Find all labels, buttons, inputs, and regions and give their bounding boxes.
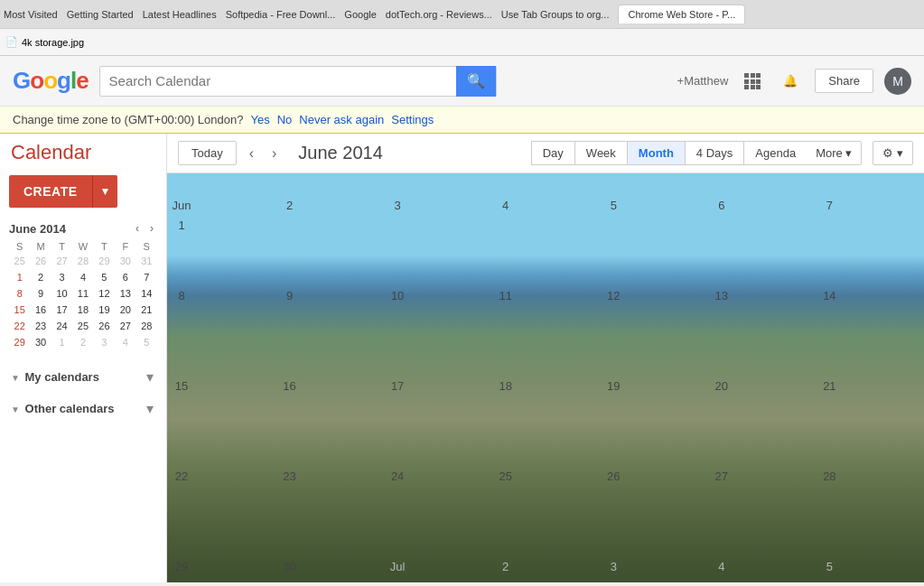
calendar-day-cell[interactable]: 2 <box>491 555 600 583</box>
date-number[interactable]: 16 <box>280 377 300 396</box>
calendar-day-cell[interactable]: 27 <box>707 465 816 555</box>
calendar-day-cell[interactable]: 23 <box>275 465 384 555</box>
add-my-calendar-btn[interactable]: ▾ <box>145 368 155 386</box>
tab-getting-started[interactable]: Getting Started <box>67 9 134 20</box>
date-number[interactable]: 21 <box>819 377 839 396</box>
search-button[interactable]: 🔍 <box>456 66 496 97</box>
mini-cal-day[interactable]: 30 <box>30 334 51 350</box>
my-calendars-header[interactable]: ▼ My calendars ▾ <box>9 365 157 389</box>
calendar-day-cell[interactable]: 3 <box>384 194 492 284</box>
date-number[interactable]: 9 <box>280 286 300 306</box>
avatar[interactable]: M <box>884 68 911 95</box>
date-number[interactable]: 24 <box>387 467 407 487</box>
add-other-calendar-btn[interactable]: ▾ <box>145 400 155 417</box>
date-number[interactable]: 19 <box>603 377 623 396</box>
tab-softpedia[interactable]: Softpedia - Free Downl... <box>226 9 336 20</box>
mini-cal-day[interactable]: 24 <box>51 318 72 334</box>
calendar-day-cell[interactable]: Jun 1 <box>168 194 276 284</box>
notification-settings[interactable]: Settings <box>391 113 434 126</box>
calendar-day-cell[interactable]: 4 <box>491 194 600 284</box>
calendar-day-cell[interactable]: 19 <box>600 375 708 465</box>
mini-cal-day[interactable]: 3 <box>94 334 115 350</box>
date-number[interactable]: 10 <box>387 286 407 306</box>
calendar-day-cell[interactable]: 29 <box>168 555 276 583</box>
tab-tabgroups[interactable]: Use Tab Groups to org... <box>501 9 610 20</box>
bell-icon[interactable]: 🔔 <box>777 68 804 95</box>
mini-cal-day[interactable]: 25 <box>9 253 30 269</box>
mini-cal-day[interactable]: 26 <box>30 253 51 269</box>
settings-button[interactable]: ⚙ ▾ <box>873 141 913 165</box>
date-number[interactable]: Jun 1 <box>172 196 191 216</box>
mini-cal-day[interactable]: 25 <box>72 318 93 334</box>
calendar-day-cell[interactable]: 25 <box>491 465 600 555</box>
date-number[interactable]: 5 <box>603 196 623 216</box>
mini-cal-day[interactable]: 5 <box>136 334 157 350</box>
mini-cal-day[interactable]: 17 <box>51 302 72 318</box>
mini-cal-day[interactable]: 13 <box>115 285 135 302</box>
create-button[interactable]: CREATE ▼ <box>9 175 117 208</box>
date-number[interactable]: 26 <box>603 467 623 487</box>
date-number[interactable]: 30 <box>280 557 300 577</box>
mini-cal-day[interactable]: 16 <box>30 302 51 318</box>
mini-cal-day[interactable]: 8 <box>9 285 30 302</box>
mini-cal-day[interactable]: 18 <box>72 302 93 318</box>
mini-cal-next[interactable]: › <box>146 220 157 237</box>
date-number[interactable]: 11 <box>496 286 516 306</box>
date-number[interactable]: 3 <box>387 196 407 216</box>
mini-cal-day[interactable]: 7 <box>136 269 157 285</box>
mini-cal-day[interactable]: 6 <box>115 269 135 285</box>
mini-cal-day[interactable]: 5 <box>94 269 115 285</box>
mini-cal-day[interactable]: 14 <box>136 285 157 302</box>
calendar-day-cell[interactable]: 10 <box>384 284 492 375</box>
date-number[interactable]: 2 <box>496 557 516 577</box>
mini-cal-day[interactable]: 9 <box>30 285 51 302</box>
view-week-button[interactable]: Week <box>574 141 627 165</box>
date-number[interactable]: 14 <box>819 286 839 306</box>
tab-headlines[interactable]: Latest Headlines <box>143 9 217 20</box>
calendar-day-cell[interactable]: 12 <box>600 284 708 375</box>
view-day-button[interactable]: Day <box>531 141 574 165</box>
calendar-day-cell[interactable]: 17 <box>384 375 492 465</box>
mini-cal-day[interactable]: 1 <box>51 334 72 350</box>
mini-cal-title[interactable]: June 2014 <box>9 222 66 236</box>
google-logo[interactable]: Google <box>13 67 89 95</box>
calendar-day-cell[interactable]: 3 <box>600 555 708 583</box>
mini-cal-prev[interactable]: ‹ <box>132 220 143 237</box>
date-number[interactable]: 5 <box>819 557 839 577</box>
other-calendars-header[interactable]: ▼ Other calendars ▾ <box>9 396 157 421</box>
mini-cal-day[interactable]: 23 <box>30 318 51 334</box>
calendar-day-cell[interactable]: 4 <box>707 555 816 583</box>
view-agenda-button[interactable]: Agenda <box>743 141 807 165</box>
notification-never[interactable]: Never ask again <box>299 113 384 126</box>
mini-cal-day[interactable]: 27 <box>115 318 135 334</box>
calendar-day-cell[interactable]: 14 <box>816 284 924 375</box>
date-number[interactable]: 17 <box>387 377 407 396</box>
mini-cal-day[interactable]: 29 <box>9 334 30 350</box>
calendar-day-cell[interactable]: 6 <box>707 194 816 284</box>
mini-cal-day[interactable]: 2 <box>30 269 51 285</box>
mini-cal-day[interactable]: 19 <box>94 302 115 318</box>
mini-cal-day[interactable]: 29 <box>94 253 115 269</box>
user-name-link[interactable]: +Matthew <box>677 74 729 88</box>
date-number[interactable]: 13 <box>712 286 732 306</box>
mini-cal-day[interactable]: 4 <box>72 269 93 285</box>
mini-cal-day[interactable]: 12 <box>94 285 115 302</box>
share-button[interactable]: Share <box>815 69 873 93</box>
calendar-day-cell[interactable]: 16 <box>275 375 384 465</box>
calendar-day-cell[interactable]: 5 <box>816 555 924 583</box>
calendar-day-cell[interactable]: Jul 1 <box>384 555 492 583</box>
date-number[interactable]: 4 <box>712 557 732 577</box>
calendar-day-cell[interactable]: 8 <box>168 284 276 375</box>
today-button[interactable]: Today <box>178 141 237 165</box>
date-number[interactable]: 8 <box>172 286 191 306</box>
prev-month-button[interactable]: ‹ <box>244 144 259 163</box>
mini-cal-day[interactable]: 21 <box>136 302 157 318</box>
date-number[interactable]: 4 <box>496 196 516 216</box>
date-number[interactable]: Jul 1 <box>387 557 407 577</box>
mini-cal-day[interactable]: 3 <box>51 269 72 285</box>
apps-icon[interactable] <box>739 68 766 95</box>
calendar-day-cell[interactable]: 30 <box>275 555 384 583</box>
mini-cal-day[interactable]: 26 <box>94 318 115 334</box>
next-month-button[interactable]: › <box>266 144 282 163</box>
tab-google[interactable]: Google <box>344 9 376 20</box>
